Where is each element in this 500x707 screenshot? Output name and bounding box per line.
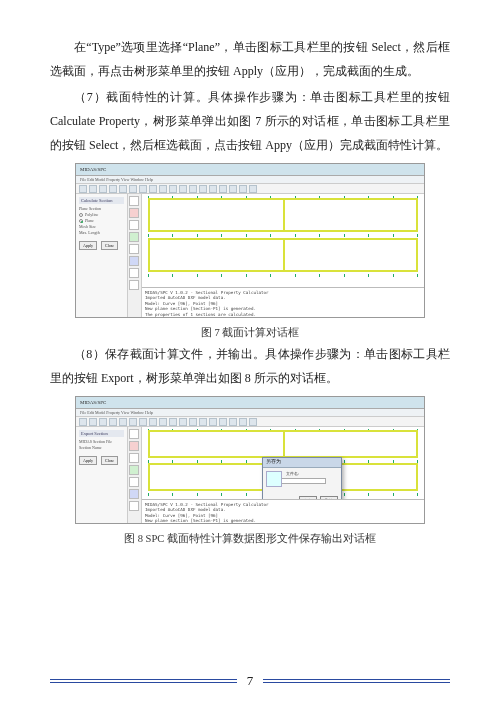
toolbar-icon xyxy=(79,185,87,193)
tool-icon xyxy=(129,441,139,451)
fig7-caption: 图 7 截面计算对话框 xyxy=(50,326,450,340)
log-line: New plane section [Section-P1] is genera… xyxy=(145,518,421,523)
fig8-log: MIDAS/SPC V 1.0.2 - Sectional Property C… xyxy=(142,499,424,523)
toolbar-icon xyxy=(189,418,197,426)
fig8-label-file: MIDAS Section File xyxy=(79,439,124,444)
opt-label: Polyline xyxy=(85,212,98,217)
radio-icon xyxy=(79,219,83,223)
toolbar-icon xyxy=(209,185,217,193)
toolbar-icon xyxy=(159,185,167,193)
toolbar-icon xyxy=(119,185,127,193)
fig7-toolbar xyxy=(76,184,424,194)
toolbar-icon xyxy=(99,185,107,193)
radio-icon xyxy=(79,213,83,217)
fig7-canvas: MIDAS/SPC V 1.0.2 - Sectional Property C… xyxy=(142,194,424,317)
section-frame xyxy=(148,238,418,272)
fig7-option-polyline: Polyline xyxy=(79,212,124,217)
tick-row xyxy=(148,234,418,237)
fig8-caption: 图 8 SPC 截面特性计算数据图形文件保存输出对话框 xyxy=(50,532,450,546)
toolbar-icon xyxy=(249,185,257,193)
tool-icon xyxy=(129,280,139,290)
toolbar-icon xyxy=(169,418,177,426)
fig8-panel-title: Export Section xyxy=(79,430,124,437)
fig7-side-panel: Calculate Section Plane Section Polyline… xyxy=(76,194,128,317)
paragraph-3: （8）保存截面计算文件，并输出。具体操作步骤为：单击图标工具栏里的按钮 Expo… xyxy=(50,342,450,390)
dialog-title: 另存为 xyxy=(263,458,341,468)
footer-line-right xyxy=(263,679,450,683)
fig7-option-plane: Plane xyxy=(79,218,124,223)
toolbar-icon xyxy=(199,418,207,426)
section-frame xyxy=(148,198,418,232)
fig8-canvas: 另存为 文件名: 保存 取消 MIDAS/SPC V 1.0.2 - Secti… xyxy=(142,427,424,523)
toolbar-icon xyxy=(139,185,147,193)
fig8-icon-bar xyxy=(128,427,142,523)
toolbar-icon xyxy=(149,185,157,193)
figure-7: MIDAS/SPC File Edit Model Property View … xyxy=(50,163,450,340)
toolbar-icon xyxy=(119,418,127,426)
fig7-menu-bar: File Edit Model Property View Window Hel… xyxy=(76,176,424,184)
page-number: 7 xyxy=(247,673,254,689)
fig7-window-title: MIDAS/SPC xyxy=(76,164,424,176)
fig7-close-button: Close xyxy=(101,241,118,250)
toolbar-icon xyxy=(89,418,97,426)
file-icon xyxy=(266,471,282,487)
tool-icon xyxy=(129,256,139,266)
fig8-body: Export Section MIDAS Section File Sectio… xyxy=(76,427,424,523)
toolbar-icon xyxy=(139,418,147,426)
fig7-screenshot: MIDAS/SPC File Edit Model Property View … xyxy=(75,163,425,318)
toolbar-icon xyxy=(159,418,167,426)
fig8-side-panel: Export Section MIDAS Section File Sectio… xyxy=(76,427,128,523)
toolbar-icon xyxy=(89,185,97,193)
toolbar-icon xyxy=(169,185,177,193)
fig8-menu-bar: File Edit Model Property View Window Hel… xyxy=(76,409,424,417)
tick-row xyxy=(148,274,418,277)
tool-icon xyxy=(129,429,139,439)
fig7-group-mesh: Mesh Size xyxy=(79,224,124,229)
opt-label: Plane xyxy=(85,218,94,223)
tool-icon xyxy=(129,465,139,475)
toolbar-icon xyxy=(179,418,187,426)
dialog-body: 文件名: xyxy=(263,468,341,487)
fig8-toolbar xyxy=(76,417,424,427)
toolbar-icon xyxy=(149,418,157,426)
log-line: The properties of 1 sections are calcula… xyxy=(145,312,421,317)
fig8-screenshot: MIDAS/SPC File Edit Model Property View … xyxy=(75,396,425,524)
tool-icon xyxy=(129,489,139,499)
tool-icon xyxy=(129,477,139,487)
fig8-apply-button: Apply xyxy=(79,456,97,465)
fig8-label-name: Section Name xyxy=(79,445,124,450)
fig7-group-label: Plane Section xyxy=(79,206,124,211)
tool-icon xyxy=(129,501,139,511)
toolbar-icon xyxy=(109,185,117,193)
toolbar-icon xyxy=(229,185,237,193)
tool-icon xyxy=(129,208,139,218)
paragraph-1: 在“Type”选项里选择“Plane”，单击图标工具栏里的按钮 Select，然… xyxy=(50,35,450,83)
fig7-apply-button: Apply xyxy=(79,241,97,250)
toolbar-icon xyxy=(199,185,207,193)
toolbar-icon xyxy=(219,185,227,193)
toolbar-icon xyxy=(109,418,117,426)
toolbar-icon xyxy=(129,185,137,193)
toolbar-icon xyxy=(79,418,87,426)
paragraph-2: （7）截面特性的计算。具体操作步骤为：单击图标工具栏里的按钮 Calculate… xyxy=(50,85,450,157)
tool-icon xyxy=(129,196,139,206)
fig8-close-button: Close xyxy=(101,456,118,465)
toolbar-icon xyxy=(99,418,107,426)
tool-icon xyxy=(129,268,139,278)
toolbar-icon xyxy=(219,418,227,426)
fig7-icon-bar xyxy=(128,194,142,317)
toolbar-icon xyxy=(239,418,247,426)
fig8-window-title: MIDAS/SPC xyxy=(76,397,424,409)
toolbar-icon xyxy=(189,185,197,193)
fig7-body: Calculate Section Plane Section Polyline… xyxy=(76,194,424,317)
fig7-mesh-label: Max. Length xyxy=(79,230,124,235)
fig7-panel-title: Calculate Section xyxy=(79,197,124,204)
page-footer: 7 xyxy=(50,673,450,689)
footer-line-left xyxy=(50,679,237,683)
figure-8: MIDAS/SPC File Edit Model Property View … xyxy=(50,396,450,546)
toolbar-icon xyxy=(179,185,187,193)
fig7-log: MIDAS/SPC V 1.0.2 - Sectional Property C… xyxy=(142,287,424,317)
toolbar-icon xyxy=(209,418,217,426)
tool-icon xyxy=(129,453,139,463)
toolbar-icon xyxy=(129,418,137,426)
